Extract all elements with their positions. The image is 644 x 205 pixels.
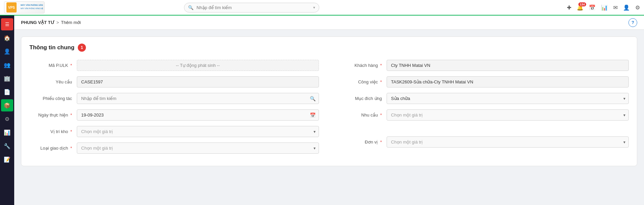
add-icon[interactable]: ✚ — [567, 4, 571, 11]
top-actions: ✚ 🔔 134 📅 📊 ✉ 👤 ⚙ — [567, 4, 640, 11]
search-icon: 🔍 — [188, 5, 193, 10]
loai-giao-dich-select[interactable]: Chọn một giá trị — [77, 143, 319, 154]
sidebar-item-users[interactable]: 👥 — [1, 59, 13, 71]
chevron-down-icon: ▾ — [313, 5, 315, 10]
card-badge: 1 — [78, 44, 86, 52]
muc-dich-ung-select[interactable]: Sửa chữa — [387, 93, 629, 104]
don-vi-label: Đơn vị * — [339, 139, 387, 145]
sidebar-item-building[interactable]: 🏢 — [1, 72, 13, 84]
breadcrumb-current: Thêm mới — [61, 20, 81, 25]
form-row-don-vi: Đơn vị * Chọn một giá trị ▾ — [339, 136, 629, 148]
main-card: Thông tin chung 1 Mã P.ULK * — [21, 36, 637, 166]
ngay-thuc-hien-input[interactable] — [77, 109, 319, 121]
page-content: Thông tin chung 1 Mã P.ULK * — [14, 30, 644, 205]
muc-dich-ung-wrapper: Sửa chữa ▾ — [387, 93, 629, 104]
required-indicator: * — [70, 63, 72, 68]
form-row-khach-hang: Khách hàng * — [339, 60, 629, 71]
nhu-cau-wrapper: Chọn một giá trị ▾ — [387, 109, 629, 121]
main-layout: ☰ 🏠 👤 👥 🏢 📄 📦 ⚙ 📊 🔧 📝 PHUNG VẬT TƯ > Thê… — [0, 16, 644, 205]
logo-area: VPS MÁY VĂN PHÒNG HÀNG ĐẦU MÁY VĂN PHÒNG… — [4, 1, 58, 14]
svg-text:MÁY VĂN PHÒNG HÀNG ĐẦU: MÁY VĂN PHÒNG HÀNG ĐẦU — [21, 3, 43, 6]
form-row-phieu-cong-tac: Phiếu công tác 🔍 — [29, 93, 319, 104]
muc-dich-ung-label: Mục đích ứng — [339, 96, 387, 101]
mail-icon[interactable]: ✉ — [613, 4, 618, 11]
cong-viec-input[interactable] — [387, 76, 629, 87]
notification-badge: 134 — [578, 2, 586, 6]
required-indicator: * — [70, 129, 72, 134]
nhu-cau-select[interactable]: Chọn một giá trị — [387, 109, 629, 121]
vi-tri-kho-label: Vị trí kho * — [29, 129, 77, 134]
sidebar-item-home[interactable]: 🏠 — [1, 32, 13, 44]
svg-text:MÁY VĂN PHÒNG HÀNG ĐẦU VIỆT NA: MÁY VĂN PHÒNG HÀNG ĐẦU VIỆT NAM — [21, 7, 43, 9]
form-row-vi-tri-kho: Vị trí kho * Chọn một giá trị ▾ — [29, 126, 319, 137]
svg-text:VPS: VPS — [8, 6, 15, 9]
required-indicator: * — [70, 146, 72, 151]
sidebar-item-settings[interactable]: ⚙ — [1, 113, 13, 125]
search-icon: 🔍 — [310, 96, 316, 101]
vi-tri-kho-wrapper: Chọn một giá trị ▾ — [77, 126, 319, 137]
search-bar: 🔍 ▾ — [184, 3, 319, 12]
required-indicator: * — [380, 139, 382, 145]
khach-hang-input[interactable] — [387, 60, 629, 71]
top-bar: VPS MÁY VĂN PHÒNG HÀNG ĐẦU MÁY VĂN PHÒNG… — [0, 0, 644, 16]
app-container: VPS MÁY VĂN PHÒNG HÀNG ĐẦU MÁY VĂN PHÒNG… — [0, 0, 644, 205]
ma-pulk-label: Mã P.ULK * — [29, 63, 77, 68]
sidebar-item-document[interactable]: 📄 — [1, 86, 13, 98]
breadcrumb-parent: PHUNG VẬT TƯ — [21, 20, 54, 25]
khach-hang-label: Khách hàng * — [339, 63, 387, 68]
yeu-cau-label: Yêu cầu — [29, 79, 77, 84]
card-title: Thông tin chung 1 — [29, 44, 629, 52]
loai-giao-dich-label: Loại giao dịch * — [29, 146, 77, 151]
card-title-text: Thông tin chung — [29, 44, 74, 51]
ngay-thuc-hien-label: Ngày thực hiện * — [29, 112, 77, 118]
profile-icon[interactable]: 👤 — [623, 4, 630, 11]
settings-icon[interactable]: ⚙ — [635, 4, 640, 11]
phieu-cong-tac-label: Phiếu công tác — [29, 96, 77, 101]
cong-viec-label: Công việc * — [339, 79, 387, 84]
sidebar: ☰ 🏠 👤 👥 🏢 📄 📦 ⚙ 📊 🔧 📝 — [0, 16, 14, 205]
form-row-yeu-cau: Yêu cầu — [29, 76, 319, 87]
sidebar-item-chart[interactable]: 📊 — [1, 126, 13, 138]
notification-icon[interactable]: 🔔 134 — [577, 4, 583, 11]
phieu-cong-tac-wrapper: 🔍 — [77, 93, 319, 104]
ma-pulk-input — [77, 60, 319, 71]
breadcrumb-separator: > — [56, 20, 59, 25]
calendar-icon: 📅 — [310, 112, 316, 118]
form-row-ngay-thuc-hien: Ngày thực hiện * 📅 — [29, 109, 319, 121]
sidebar-menu-button[interactable]: ☰ — [1, 18, 13, 30]
form-row-cong-viec: Công việc * — [339, 76, 629, 87]
form-row-muc-dich-ung: Mục đích ứng Sửa chữa ▾ — [339, 93, 629, 104]
form-row-loai-giao-dich: Loại giao dịch * Chọn một giá trị ▾ — [29, 143, 319, 154]
sidebar-item-package[interactable]: 📦 — [1, 99, 13, 111]
sidebar-item-notes[interactable]: 📝 — [1, 153, 13, 165]
search-input[interactable] — [184, 3, 319, 12]
don-vi-select[interactable]: Chọn một giá trị — [387, 136, 629, 148]
required-indicator: * — [380, 79, 382, 84]
vi-tri-kho-select[interactable]: Chọn một giá trị — [77, 126, 319, 137]
logo: VPS MÁY VĂN PHÒNG HÀNG ĐẦU MÁY VĂN PHÒNG… — [4, 1, 45, 14]
loai-giao-dich-wrapper: Chọn một giá trị ▾ — [77, 143, 319, 154]
required-indicator: * — [380, 63, 382, 68]
chart-icon[interactable]: 📊 — [601, 4, 608, 11]
calendar-icon[interactable]: 📅 — [589, 4, 596, 11]
phieu-cong-tac-input[interactable] — [77, 93, 319, 104]
nhu-cau-label: Nhu cầu * — [339, 112, 387, 118]
content-area: PHUNG VẬT TƯ > Thêm mới ? Thông tin chun… — [14, 16, 644, 205]
sidebar-item-tools[interactable]: 🔧 — [1, 140, 13, 152]
breadcrumb: PHUNG VẬT TƯ > Thêm mới ? — [14, 16, 644, 30]
form-grid: Mã P.ULK * Yêu cầu — [29, 60, 629, 159]
form-row-nhu-cau: Nhu cầu * Chọn một giá trị ▾ — [339, 109, 629, 121]
sidebar-item-user[interactable]: 👤 — [1, 45, 13, 57]
required-indicator: * — [380, 112, 382, 118]
ngay-thuc-hien-wrapper: 📅 — [77, 109, 319, 121]
don-vi-wrapper: Chọn một giá trị ▾ — [387, 136, 629, 148]
form-left-column: Mã P.ULK * Yêu cầu — [29, 60, 319, 159]
form-row-ma-pulk: Mã P.ULK * — [29, 60, 319, 71]
form-right-column: Khách hàng * Công việc * — [339, 60, 629, 159]
help-button[interactable]: ? — [628, 18, 637, 27]
yeu-cau-input[interactable] — [77, 76, 319, 87]
required-indicator: * — [70, 112, 72, 118]
